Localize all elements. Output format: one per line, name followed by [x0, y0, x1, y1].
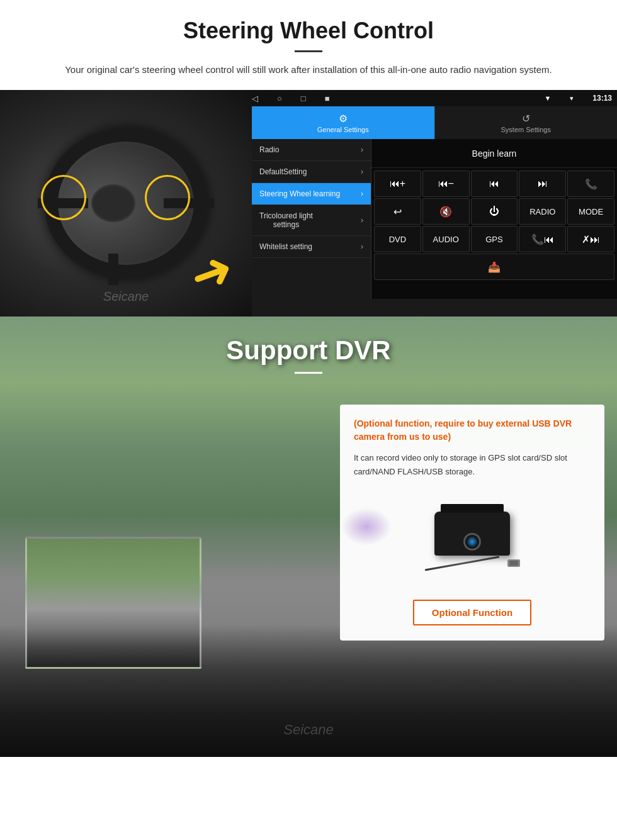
android-nav-bar: ◁ ○ □ ■ ▼ ▾ 13:13 [252, 90, 617, 106]
dvr-title: Support DVR [0, 335, 617, 366]
control-row-2: ↩ 🔇 ⏻ RADIO MODE [374, 198, 614, 225]
settings-body: Radio › DefaultSetting › Steering Wheel … [252, 139, 617, 299]
btn-gps[interactable]: GPS [471, 226, 518, 252]
highlight-circle-right [145, 175, 190, 220]
menu-tricolor-label: Tricoloured light [259, 211, 313, 220]
camera-lens [463, 533, 481, 551]
menu-radio-label: Radio [259, 145, 279, 154]
btn-inbox[interactable]: 📥 [374, 254, 614, 280]
btn-prev-track[interactable]: ⏮ [471, 171, 518, 197]
dvr-info-card: (Optional function, require to buy exter… [340, 405, 604, 641]
chevron-steering: › [361, 189, 363, 198]
btn-vol-down[interactable]: ⏮− [422, 171, 470, 197]
menu-item-default[interactable]: DefaultSetting › [252, 161, 371, 183]
btn-next-track[interactable]: ⏭ [519, 171, 566, 197]
camera-cable [424, 559, 520, 567]
begin-learn-area: Begin learn [371, 139, 617, 168]
control-row-1: ⏮+ ⏮− ⏮ ⏭ 📞 [374, 171, 614, 197]
wheel-spoke-bottom [108, 254, 118, 285]
control-row-4: 📥 [374, 254, 614, 280]
steering-section: ➜ Seicane ◁ ○ □ ■ ▼ ▾ 13:13 ⚙ General Se… [0, 90, 617, 316]
tab-general-settings[interactable]: ⚙ General Settings [252, 106, 434, 139]
dvr-preview-thumbnail [25, 537, 201, 669]
btn-phone[interactable]: 📞 [567, 171, 614, 197]
menu-item-whitelist[interactable]: Whitelist setting › [252, 236, 371, 258]
begin-learn-button[interactable]: Begin learn [472, 148, 517, 159]
menu-item-radio[interactable]: Radio › [252, 139, 371, 161]
menu-default-label: DefaultSetting [259, 167, 307, 176]
tab-system-settings[interactable]: ↺ System Settings [434, 106, 618, 139]
dvr-camera-illustration [354, 489, 591, 590]
dvr-title-area: Support DVR [0, 316, 617, 386]
general-settings-icon: ⚙ [339, 113, 348, 125]
signal-icon: ▼ [544, 94, 551, 102]
system-settings-icon: ↺ [522, 113, 530, 125]
camera-body [434, 512, 510, 556]
chevron-radio: › [361, 145, 363, 154]
btn-dvd[interactable]: DVD [374, 226, 421, 252]
optional-function-button[interactable]: Optional Function [413, 600, 531, 625]
steering-wheel-bg: ➜ Seicane [0, 90, 252, 316]
status-time: 13:13 [592, 94, 612, 103]
title-divider [295, 50, 322, 52]
menu-steering-label: Steering Wheel learning [259, 189, 340, 198]
settings-content: Begin learn ⏮+ ⏮− ⏮ ⏭ 📞 ↩ 🔇 [371, 139, 617, 299]
btn-vol-up[interactable]: ⏮+ [374, 171, 421, 197]
btn-mode[interactable]: MODE [567, 198, 614, 225]
cable-line [425, 556, 500, 571]
btn-power[interactable]: ⏻ [471, 198, 518, 225]
dvr-preview-road [27, 539, 200, 667]
dvr-brand-watermark: Seicane [283, 722, 334, 738]
menu-whitelist-label: Whitelist setting [259, 242, 312, 251]
brand-watermark: Seicane [103, 289, 149, 304]
menu-tricolor-label2: settings [273, 220, 299, 229]
control-row-3: DVD AUDIO GPS 📞⏮ ✗⏭ [374, 226, 614, 252]
highlight-circle-left [41, 175, 86, 220]
chevron-default: › [361, 167, 363, 176]
dvr-description: It can record video only to storage in G… [354, 451, 591, 479]
wheel-hub [91, 184, 135, 222]
dvr-optional-warning: (Optional function, require to buy exter… [354, 417, 591, 444]
btn-mute[interactable]: 🔇 [422, 198, 470, 225]
page-title: Steering Wheel Control [38, 18, 579, 44]
android-panel: ◁ ○ □ ■ ▼ ▾ 13:13 ⚙ General Settings ↺ S… [252, 90, 617, 316]
btn-phone-prev[interactable]: 📞⏮ [519, 226, 566, 252]
settings-menu: Radio › DefaultSetting › Steering Wheel … [252, 139, 371, 299]
yellow-arrow: ➜ [183, 242, 240, 303]
camera-fin [441, 504, 504, 513]
nav-back[interactable]: ◁ [252, 94, 258, 103]
btn-audio[interactable]: AUDIO [422, 226, 470, 252]
usb-plug [507, 559, 520, 567]
wifi-icon: ▾ [570, 94, 574, 103]
menu-item-tricolor[interactable]: Tricoloured light settings › [252, 205, 371, 236]
settings-tabs: ⚙ General Settings ↺ System Settings [252, 106, 617, 139]
chevron-whitelist: › [361, 242, 363, 251]
tab-system-label: System Settings [501, 126, 551, 133]
btn-hang-up[interactable]: ↩ [374, 198, 421, 225]
control-buttons-grid: ⏮+ ⏮− ⏮ ⏭ 📞 ↩ 🔇 ⏻ RADIO MODE [371, 168, 617, 283]
dvr-divider [295, 372, 322, 374]
btn-skip-next[interactable]: ✗⏭ [567, 226, 614, 252]
camera-full-view [424, 512, 520, 567]
dvr-section: Support DVR (Optional function, require … [0, 316, 617, 757]
subtitle-text: Your original car's steering wheel contr… [50, 62, 567, 77]
camera-glow [341, 508, 392, 546]
chevron-tricolor: › [361, 216, 363, 225]
nav-menu[interactable]: ■ [325, 94, 330, 103]
tab-general-label: General Settings [317, 126, 369, 133]
nav-recent[interactable]: □ [301, 94, 306, 103]
menu-item-steering[interactable]: Steering Wheel learning › [252, 183, 371, 205]
header-section: Steering Wheel Control Your original car… [0, 0, 617, 90]
btn-radio[interactable]: RADIO [519, 198, 566, 225]
nav-home[interactable]: ○ [277, 94, 282, 103]
